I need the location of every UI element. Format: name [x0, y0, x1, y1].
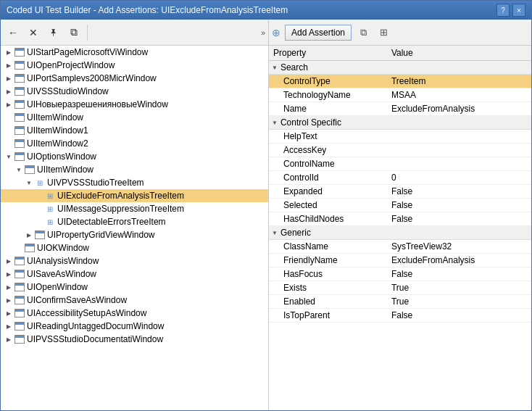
tree-item-UISaveAsWindow[interactable]: UISaveAsWindow [1, 267, 268, 281]
tree-label: UIItemWindow [37, 165, 93, 175]
tree-label: UIVSSStudioWindow [27, 86, 109, 96]
group-generic[interactable]: ▼ Generic [269, 226, 531, 240]
prop-row-Exists[interactable]: Exists True [269, 281, 531, 295]
prop-row-ControlName[interactable]: ControlName [269, 157, 531, 171]
add-assertion-button[interactable]: Add Assertion [285, 25, 352, 41]
prop-name: HasFocus [269, 267, 387, 281]
prop-value: False [387, 185, 531, 199]
prop-value: True [387, 281, 531, 295]
close-title-button[interactable]: × [512, 4, 525, 17]
window-icon [14, 138, 25, 149]
prop-row-FriendlyName[interactable]: FriendlyName ExcludeFromAnalysis [269, 254, 531, 267]
window-icon [14, 72, 25, 84]
prop-row-IsTopParent[interactable]: IsTopParent False [269, 309, 531, 323]
prop-row-Enabled[interactable]: Enabled True [269, 295, 531, 309]
prop-row-HasChildNodes[interactable]: HasChildNodes False [269, 212, 531, 226]
tree-item-UIOptionsWindow[interactable]: UIOptionsWindow [1, 150, 268, 163]
tree-item-UIItemWindow[interactable]: UIItemWindow [1, 111, 268, 124]
window-icon [14, 151, 25, 162]
window-icon [14, 112, 25, 123]
tree-item-UIVPVSSStudioTreeItem[interactable]: ⊞ UIVPVSSStudioTreeItem [1, 176, 268, 189]
tree-item-UIItemWindow1[interactable]: UIItemWindow1 [1, 124, 268, 137]
copy-right-button[interactable]: ⧉ [354, 24, 372, 41]
tree-label: UIPropertyGridViewWindow [47, 230, 155, 240]
tree-arrow [4, 151, 14, 162]
prop-row-HelpText[interactable]: HelpText [269, 130, 531, 144]
prop-row-ControlType[interactable]: ControlType TreeItem [269, 75, 531, 88]
pin-button[interactable]: 🖈 [44, 23, 63, 42]
tree-arrow [4, 125, 14, 136]
prop-value: False [387, 309, 531, 323]
right-toolbar: ⊕ Add Assertion ⧉ ⊞ [269, 20, 531, 46]
back-button[interactable]: ← [4, 23, 22, 42]
tree-item-UIPortSamplevs2008MicrWindow[interactable]: UIPortSamplevs2008MicrWindow [1, 72, 268, 85]
tree-item-UIExcludeFromAnalysisTreeItem[interactable]: ⊞ UIExcludeFromAnalysisTreeItem [1, 189, 268, 202]
group-search[interactable]: ▼ Search [269, 61, 531, 75]
tree-item-UIAccessibilitySetupAsWindow[interactable]: UIAccessibilitySetupAsWindow [1, 307, 268, 320]
window-icon [14, 99, 25, 110]
prop-value: False [387, 199, 531, 212]
treeitem-icon: ⊞ [44, 216, 56, 228]
tree-item-UIStartPageMicrosoftViWindow[interactable]: UIStartPageMicrosoftViWindow [1, 46, 268, 59]
window-icon [34, 229, 46, 241]
tree-item-UIOpenProjectWindow[interactable]: UIOpenProjectWindow [1, 59, 268, 72]
tree-arrow [4, 99, 14, 109]
prop-row-ControlId[interactable]: ControlId 0 [269, 171, 531, 185]
prop-name: ControlId [269, 171, 387, 185]
add-assertion-label: Add Assertion [291, 28, 345, 38]
close-tree-button[interactable]: ✕ [24, 23, 43, 42]
help-button[interactable]: ? [496, 4, 510, 17]
tree-arrow [34, 217, 44, 227]
tree-item-UIAnalysisWindow[interactable]: UIAnalysisWindow [1, 254, 268, 267]
prop-row-TechnologyName[interactable]: TechnologyName MSAA [269, 88, 531, 102]
tree-item-UIDetectableErrorsTreeItem[interactable]: ⊞ UIDetectableErrorsTreeItem [1, 215, 268, 228]
prop-row-Selected[interactable]: Selected False [269, 199, 531, 212]
prop-value: TreeItem [387, 75, 531, 88]
prop-row-Name[interactable]: Name ExcludeFromAnalysis [269, 102, 531, 116]
treeitem-icon: ⊞ [44, 190, 56, 202]
tree-label: UIItemWindow [27, 112, 83, 123]
tree-item-UIConfirmSaveAsWindow[interactable]: UIConfirmSaveAsWindow [1, 294, 268, 307]
tree-arrow [4, 86, 14, 96]
tree-arrow [14, 243, 24, 253]
prop-name: Selected [269, 199, 387, 212]
group-control-specific[interactable]: ▼ Control Specific [269, 116, 531, 130]
split-button[interactable]: ⊞ [375, 24, 392, 41]
tree-item-UIItemWindow-child[interactable]: UIItemWindow [1, 163, 268, 176]
tree-label: UIMessageSuppressionTreeItem [57, 204, 184, 214]
tree-item-UIOKWindow[interactable]: UIOKWindow [1, 241, 268, 254]
prop-value: SysTreeView32 [387, 240, 531, 254]
prop-row-AccessKey[interactable]: AccessKey [269, 144, 531, 157]
tree-label: UIDetectableErrorsTreeItem [57, 217, 166, 227]
group-label: Generic [280, 228, 311, 238]
column-header-property: Property [269, 46, 387, 61]
copy-tree-button[interactable]: ⧉ [65, 23, 83, 42]
prop-name: FriendlyName [269, 254, 387, 267]
title-bar: Coded UI Test Builder - Add Assertions: … [1, 1, 531, 20]
prop-row-Expanded[interactable]: Expanded False [269, 185, 531, 199]
title-bar-controls: ? × [496, 4, 525, 17]
tree-label: UIPVSSStudioDocumentatiWindow [27, 334, 163, 344]
prop-row-ClassName[interactable]: ClassName SysTreeView32 [269, 240, 531, 254]
tree-item-UIMessageSuppressionTreeItem[interactable]: ⊞ UIMessageSuppressionTreeItem [1, 202, 268, 215]
tree-item-UIPropertyGridViewWindow[interactable]: UIPropertyGridViewWindow [1, 228, 268, 241]
treeitem-icon: ⊞ [34, 177, 46, 188]
tree-item-UIPVSSStudioDocumentatiWindow[interactable]: UIPVSSStudioDocumentatiWindow [1, 333, 268, 346]
tree-container[interactable]: UIStartPageMicrosoftViWindow UIOpenProje… [1, 46, 268, 410]
prop-name: TechnologyName [269, 88, 387, 102]
tree-item-UIReadingUntaggedDocumWindow[interactable]: UIReadingUntaggedDocumWindow [1, 320, 268, 333]
tree-item-UIVSSStudioWindow[interactable]: UIVSSStudioWindow [1, 85, 268, 98]
tree-label: UIVPVSSStudioTreeItem [47, 178, 144, 188]
prop-value: False [387, 267, 531, 281]
tree-item-UINewResolutionsWindow[interactable]: UIНовыеразрешенияновыеWindow [1, 98, 268, 111]
tree-label: UIItemWindow1 [27, 125, 88, 136]
tree-arrow [4, 73, 14, 83]
tree-label: UIOpenWindow [27, 282, 88, 292]
tree-item-UIItemWindow2[interactable]: UIItemWindow2 [1, 137, 268, 150]
prop-row-HasFocus[interactable]: HasFocus False [269, 267, 531, 281]
prop-value [387, 130, 531, 144]
tree-item-UIOpenWindow[interactable]: UIOpenWindow [1, 281, 268, 294]
right-panel: ⊕ Add Assertion ⧉ ⊞ Property Value [269, 20, 531, 410]
tree-label: UIOptionsWindow [27, 151, 96, 162]
group-arrow: ▼ [272, 230, 278, 236]
